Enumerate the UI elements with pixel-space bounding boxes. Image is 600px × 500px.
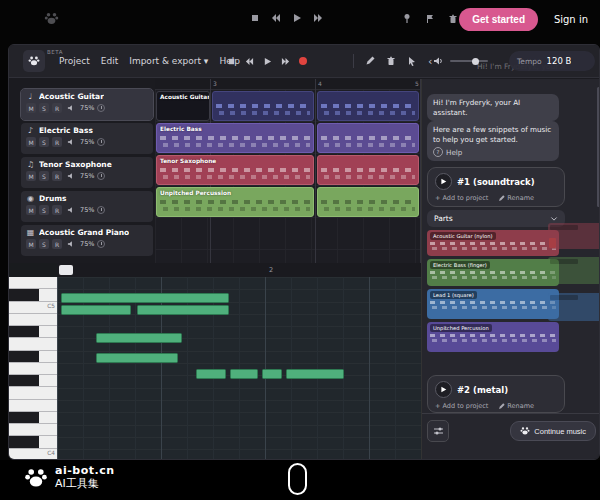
part-lead-1-square[interactable]: Lead 1 (square) <box>427 289 559 319</box>
record-arm-button[interactable]: R <box>52 103 62 113</box>
piano-key[interactable] <box>9 387 57 399</box>
delete-button[interactable] <box>386 56 396 66</box>
app-logo-paw-icon[interactable] <box>23 50 45 72</box>
site-stop-button[interactable] <box>250 13 260 23</box>
pan-knob[interactable] <box>97 172 105 180</box>
track-volume-value[interactable]: 75% <box>80 240 94 248</box>
piano-key[interactable] <box>9 289 57 301</box>
site-play-button[interactable] <box>292 13 302 23</box>
piano-key[interactable] <box>9 412 57 424</box>
pin-button[interactable] <box>402 13 412 24</box>
help-link[interactable]: ?Help <box>433 147 553 157</box>
piano-key[interactable]: C5 <box>9 302 57 314</box>
solo-button[interactable]: S <box>39 205 49 215</box>
clip-acoustic-guitar[interactable] <box>317 91 419 121</box>
mute-button[interactable]: M <box>26 137 36 147</box>
parts-collapse-header[interactable]: Parts <box>427 210 565 227</box>
midi-note[interactable] <box>286 369 344 379</box>
clip-acoustic-guitar-selected[interactable]: Acoustic Guitar <box>156 91 210 121</box>
pan-knob[interactable] <box>97 240 105 248</box>
mute-button[interactable]: M <box>26 239 36 249</box>
record-button[interactable] <box>299 57 307 65</box>
piano-key[interactable] <box>9 424 57 436</box>
rename-button[interactable]: Rename <box>498 402 534 410</box>
clip-acoustic-guitar[interactable] <box>212 91 314 121</box>
piano-key[interactable] <box>9 375 57 387</box>
track-volume-value[interactable]: 75% <box>80 138 94 146</box>
track-row-tenor-saxophone[interactable]: ♫Tenor Saxophone M S R 75% <box>21 157 153 188</box>
clip-electric-bass[interactable] <box>317 123 419 153</box>
piano-key[interactable] <box>9 314 57 326</box>
ruler-handle[interactable] <box>59 265 73 275</box>
mute-button[interactable]: M <box>26 103 36 113</box>
piano-key[interactable] <box>9 277 57 289</box>
clip-tenor-saxophone[interactable] <box>317 155 419 185</box>
add-to-project-button[interactable]: + Add to project <box>435 402 488 410</box>
get-started-button[interactable]: Get started <box>459 8 538 31</box>
add-to-project-button[interactable]: + Add to project <box>435 194 488 202</box>
clip-tenor-saxophone[interactable]: Tenor Saxophone <box>156 155 314 185</box>
part-acoustic-guitar-nylon[interactable]: Acoustic Guitar (nylon) <box>427 230 559 256</box>
part-unpitched-percussion[interactable]: Unpitched Percussion <box>427 322 559 352</box>
track-row-acoustic-guitar[interactable]: ♩Acoustic Guitar M S R 75% <box>21 89 153 120</box>
flag-button[interactable] <box>425 14 435 24</box>
piano-key[interactable] <box>9 363 57 375</box>
menu-import-export[interactable]: Import & export ▾ <box>129 56 208 66</box>
track-row-drums[interactable]: ◉Drums M S R 75% <box>21 191 153 222</box>
play-snippet-button[interactable] <box>435 381 452 398</box>
cursor-tool-button[interactable] <box>407 56 417 66</box>
clip-electric-bass[interactable]: Electric Bass <box>156 123 314 153</box>
record-arm-button[interactable]: R <box>52 205 62 215</box>
midi-note[interactable] <box>96 333 182 343</box>
midi-note[interactable] <box>61 293 229 303</box>
record-arm-button[interactable]: R <box>52 171 62 181</box>
mixer-settings-button[interactable] <box>427 420 449 442</box>
chevron-left-button[interactable]: ‹ <box>428 56 432 67</box>
part-electric-bass-finger[interactable]: Electric Bass (finger) <box>427 259 559 286</box>
track-row-acoustic-grand-piano[interactable]: ▦Acoustic Grand Piano M S R 75% <box>21 225 153 256</box>
speaker-icon[interactable] <box>433 56 444 66</box>
menu-project[interactable]: Project <box>59 56 90 66</box>
continue-music-button[interactable]: Continue music <box>510 421 596 441</box>
pan-knob[interactable] <box>97 206 105 214</box>
pencil-tool-button[interactable] <box>365 56 375 66</box>
rewind-button[interactable] <box>245 57 254 66</box>
record-arm-button[interactable]: R <box>52 239 62 249</box>
site-forward-button[interactable] <box>313 13 323 23</box>
track-row-electric-bass[interactable]: ♪Electric Bass M S R 75% <box>21 123 153 154</box>
midi-note[interactable] <box>61 305 131 315</box>
mute-button[interactable]: M <box>26 205 36 215</box>
midi-note[interactable] <box>196 369 226 379</box>
track-volume-value[interactable]: 75% <box>80 172 94 180</box>
pan-knob[interactable] <box>97 138 105 146</box>
midi-note[interactable] <box>230 369 258 379</box>
rename-button[interactable]: Rename <box>498 194 534 202</box>
clip-unpitched-percussion[interactable] <box>317 187 419 217</box>
midi-note[interactable] <box>96 353 178 363</box>
track-volume-value[interactable]: 75% <box>80 206 94 214</box>
stop-button[interactable] <box>227 57 236 66</box>
forward-button[interactable] <box>281 57 290 66</box>
midi-note[interactable] <box>262 369 282 379</box>
piano-key[interactable] <box>9 436 57 448</box>
piano-roll-grid[interactable] <box>57 277 421 460</box>
record-arm-button[interactable]: R <box>52 137 62 147</box>
solo-button[interactable]: S <box>39 171 49 181</box>
piano-key[interactable] <box>9 351 57 363</box>
play-snippet-button[interactable] <box>435 173 452 190</box>
arrangement-view[interactable]: 3 4 5 Acoustic Guitar Electric Bass Teno… <box>155 79 421 263</box>
menu-edit[interactable]: Edit <box>101 56 118 66</box>
clip-unpitched-percussion[interactable]: Unpitched Percussion <box>156 187 314 217</box>
mute-button[interactable]: M <box>26 171 36 181</box>
solo-button[interactable]: S <box>39 137 49 147</box>
pan-knob[interactable] <box>97 104 105 112</box>
piano-key[interactable] <box>9 326 57 338</box>
solo-button[interactable]: S <box>39 239 49 249</box>
trash-button[interactable] <box>448 14 458 24</box>
track-volume-value[interactable]: 75% <box>80 104 94 112</box>
solo-button[interactable]: S <box>39 103 49 113</box>
sign-in-link[interactable]: Sign in <box>554 14 588 25</box>
tempo-control[interactable]: Tempo 120 B <box>509 51 595 71</box>
piano-key[interactable] <box>9 338 57 350</box>
piano-key[interactable]: C4 <box>9 449 57 460</box>
